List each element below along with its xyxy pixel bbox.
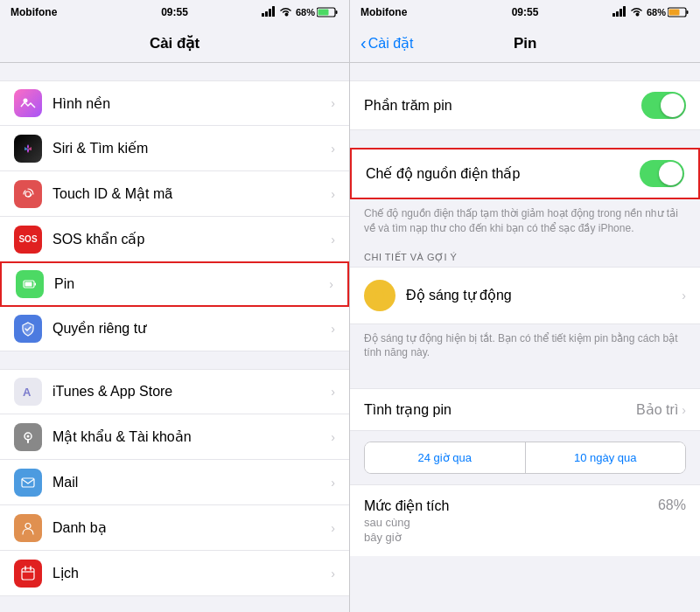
right-status-icons: 68% [580,6,690,18]
section-phantram: Phần trăm pin [350,80,700,130]
svg-rect-5 [336,10,338,14]
mail-label: Mail [52,475,331,490]
itunes-chevron: › [331,385,335,399]
contacts-icon [14,514,42,542]
calendar-icon [14,560,42,588]
tab-10days[interactable]: 10 ngày qua [525,442,686,473]
touchid-label: Touch ID & Mật mã [52,185,331,202]
phantram-toggle[interactable] [641,92,686,119]
svg-rect-0 [262,13,264,17]
touchid-chevron: › [331,187,335,201]
right-wifi-icon [630,6,643,18]
wallpaper-icon [14,89,42,117]
wifi-icon [279,6,292,18]
battery-menu-icon [16,270,44,298]
svg-point-15 [27,435,30,437]
chedo-label: Chế độ nguồn điện thấp [366,165,640,182]
privacy-chevron: › [331,322,335,336]
svg-point-29 [375,291,384,300]
dosang-row[interactable]: Độ sáng tự động › [350,267,700,324]
tinhtrang-row[interactable]: Tình trạng pin Bảo trì › [350,388,700,431]
svg-rect-23 [616,11,619,17]
settings-item-siri[interactable]: Siri & Tìm kiếm › [0,126,349,171]
dosang-label: Độ sáng tự động [406,287,682,303]
right-page-title: Pin [413,35,637,52]
svg-rect-2 [269,9,271,17]
password-icon [14,423,42,451]
tinhtrang-label: Tình trạng pin [364,401,636,418]
svg-line-35 [383,299,384,300]
back-label: Cài đặt [368,35,414,52]
settings-item-password[interactable]: Mật khẩu & Tài khoản › [0,414,349,460]
settings-section-main: Hình nền › [0,80,349,351]
chedo-row: Chế độ nguồn điện thấp [350,148,700,199]
touchid-icon [14,180,42,208]
settings-item-wallpaper[interactable]: Hình nền › [0,80,349,126]
svg-rect-1 [265,11,268,17]
privacy-icon [14,315,42,343]
svg-rect-3 [272,6,275,17]
svg-line-34 [374,290,375,291]
mucdien-subtitle: sau cùng [364,516,658,529]
mucdien-subtitle2: bây giờ [364,531,658,544]
siri-label: Siri & Tìm kiếm [52,140,331,156]
dosang-icon [364,280,396,311]
right-status-bar: Mobifone 09:55 68% [350,0,700,24]
battery-icon-left: 68% [296,7,339,17]
siri-icon [14,135,42,163]
dosang-chevron: › [682,289,686,303]
battery-label: Pin [54,276,329,292]
svg-rect-14 [27,439,29,443]
settings-item-mail[interactable]: Mail › [0,460,349,505]
section-chedo: Chế độ nguồn điện thấp Chế độ nguồn điện… [350,148,700,247]
svg-rect-25 [623,6,626,17]
contacts-label: Danh bạ [52,519,331,536]
back-button[interactable]: ‹ Cài đặt [360,33,413,53]
left-nav-title-bar: Cài đặt [0,24,349,63]
calendar-chevron: › [331,567,335,581]
wallpaper-chevron: › [331,96,335,110]
tinhtrang-chevron: › [682,403,686,417]
password-chevron: › [331,430,335,444]
wallpaper-label: Hình nền [52,95,331,112]
left-panel: Mobifone 09:55 68% [0,0,350,612]
right-nav-bar: ‹ Cài đặt Pin [350,24,700,63]
settings-list: Hình nền › [0,63,349,612]
chedo-toggle[interactable] [640,160,684,187]
signal-icon [262,6,276,18]
sos-chevron: › [331,233,335,247]
svg-point-17 [25,523,31,528]
mail-icon [14,469,42,497]
right-time: 09:55 [470,6,579,18]
settings-item-sos[interactable]: SOS SOS khẩn cấp › [0,217,349,262]
settings-item-touchid[interactable]: Touch ID & Mật mã › [0,171,349,217]
password-label: Mật khẩu & Tài khoản [52,428,331,445]
sos-label: SOS khẩn cấp [52,231,331,247]
svg-text:A: A [23,386,32,399]
tab-24h[interactable]: 24 giờ qua [365,442,525,473]
back-chevron-icon: ‹ [360,33,367,53]
mucdien-value: 68% [658,497,686,513]
settings-item-battery[interactable]: Pin › [0,261,349,307]
itunes-icon: A [14,378,42,406]
svg-rect-28 [668,10,679,16]
phantram-row: Phần trăm pin [350,80,700,130]
svg-rect-11 [25,282,32,287]
mucdien-title: Mức điện tích [364,497,658,514]
siri-chevron: › [331,142,335,156]
svg-rect-18 [22,568,34,580]
right-battery-icon: 68% [647,7,690,17]
sos-icon: SOS [14,226,42,254]
svg-line-36 [383,290,384,291]
svg-line-37 [374,299,375,300]
settings-item-itunes[interactable]: A iTunes & App Store › [0,369,349,414]
settings-section-apps: A iTunes & App Store › Mật khẩu & Tài kh… [0,369,349,596]
svg-rect-6 [318,10,329,16]
settings-item-privacy[interactable]: Quyền riêng tư › [0,306,349,351]
chedo-desc: Chế độ nguồn điện thấp tạm thời giảm hoạ… [350,199,700,247]
chedo-toggle-knob [659,162,682,185]
right-content: Phần trăm pin Chế độ nguồn điện thấp Chế… [350,63,700,612]
settings-item-contacts[interactable]: Danh bạ › [0,505,349,551]
left-status-bar: Mobifone 09:55 68% [0,0,349,24]
settings-item-calendar[interactable]: Lịch › [0,551,349,596]
